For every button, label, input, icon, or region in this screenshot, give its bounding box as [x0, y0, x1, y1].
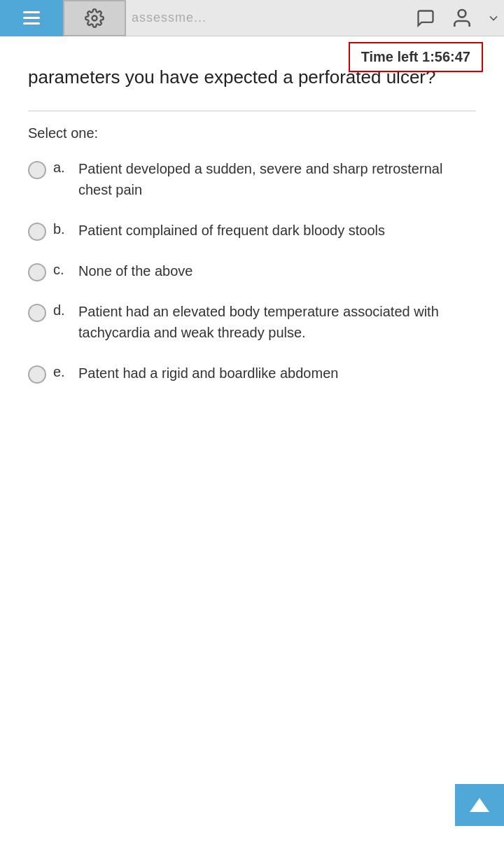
- option-text: Patient complained of frequent dark bloo…: [78, 220, 476, 241]
- option-item[interactable]: b.Patient complained of frequent dark bl…: [28, 220, 476, 241]
- header: assessme...: [0, 0, 504, 36]
- timer-badge: Time left 1:56:47: [349, 42, 483, 72]
- radio-circle[interactable]: [28, 263, 46, 281]
- svg-point-0: [92, 15, 97, 20]
- main-content: parameters you have expected a perforate…: [0, 36, 504, 847]
- select-label: Select one:: [28, 125, 476, 141]
- user-icon: [451, 7, 473, 29]
- option-item[interactable]: a.Patient developed a sudden, severe and…: [28, 158, 476, 200]
- hamburger-icon: [23, 11, 40, 24]
- gear-icon: [85, 8, 104, 28]
- option-item[interactable]: d.Patient had an elevated body temperatu…: [28, 301, 476, 343]
- option-letter: b.: [53, 221, 78, 237]
- chat-button[interactable]: [410, 3, 441, 34]
- option-letter: c.: [53, 262, 78, 278]
- divider: [28, 111, 476, 111]
- header-title: assessme...: [126, 10, 410, 25]
- scroll-top-button[interactable]: [455, 784, 504, 826]
- option-text: Patient had an elevated body temperature…: [78, 301, 476, 343]
- radio-circle[interactable]: [28, 365, 46, 384]
- option-letter: d.: [53, 302, 78, 318]
- svg-point-1: [458, 10, 466, 18]
- settings-button[interactable]: [63, 0, 126, 36]
- option-item[interactable]: c.None of the above: [28, 260, 476, 281]
- option-text: Patent had a rigid and boardlike abdomen: [78, 363, 476, 384]
- user-button[interactable]: [441, 3, 483, 34]
- chat-icon: [416, 8, 435, 28]
- option-item[interactable]: e.Patent had a rigid and boardlike abdom…: [28, 363, 476, 384]
- option-letter: e.: [53, 364, 78, 380]
- option-text: None of the above: [78, 260, 476, 281]
- option-text: Patient developed a sudden, severe and s…: [78, 158, 476, 200]
- option-letter: a.: [53, 160, 78, 176]
- dropdown-button[interactable]: [483, 3, 504, 34]
- radio-circle[interactable]: [28, 161, 46, 179]
- menu-button[interactable]: [0, 0, 63, 36]
- radio-circle[interactable]: [28, 304, 46, 322]
- arrow-up-icon: [470, 798, 489, 812]
- chevron-down-icon: [486, 11, 500, 25]
- options-list: a.Patient developed a sudden, severe and…: [28, 158, 476, 384]
- radio-circle[interactable]: [28, 223, 46, 241]
